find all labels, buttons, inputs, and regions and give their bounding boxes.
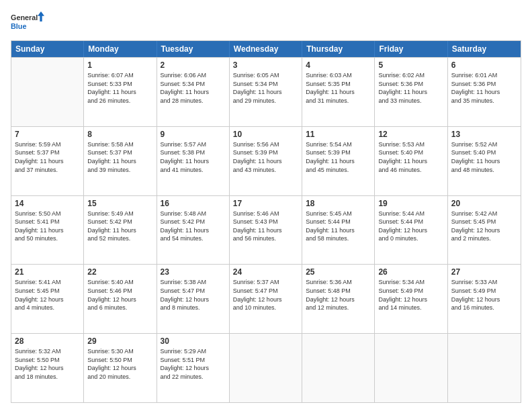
day-info: Sunrise: 5:52 AM Sunset: 5:40 PM Dayligh… — [451, 140, 517, 174]
day-header-tuesday: Tuesday — [157, 41, 230, 57]
day-cell-7: 7Sunrise: 5:59 AM Sunset: 5:37 PM Daylig… — [11, 127, 84, 195]
day-number: 8 — [87, 130, 152, 139]
day-cell-13: 13Sunrise: 5:52 AM Sunset: 5:40 PM Dayli… — [448, 127, 521, 195]
day-info: Sunrise: 6:07 AM Sunset: 5:33 PM Dayligh… — [87, 71, 152, 105]
day-info: Sunrise: 5:40 AM Sunset: 5:46 PM Dayligh… — [87, 278, 152, 312]
day-info: Sunrise: 5:33 AM Sunset: 5:49 PM Dayligh… — [451, 278, 517, 312]
calendar-body: 1Sunrise: 6:07 AM Sunset: 5:33 PM Daylig… — [11, 57, 521, 402]
week-row-1: 1Sunrise: 6:07 AM Sunset: 5:33 PM Daylig… — [11, 57, 521, 126]
day-info: Sunrise: 5:34 AM Sunset: 5:49 PM Dayligh… — [378, 278, 443, 312]
day-cell-4: 4Sunrise: 6:03 AM Sunset: 5:35 PM Daylig… — [302, 58, 375, 126]
day-cell-15: 15Sunrise: 5:49 AM Sunset: 5:42 PM Dayli… — [84, 196, 157, 265]
week-row-5: 28Sunrise: 5:32 AM Sunset: 5:50 PM Dayli… — [11, 333, 521, 402]
day-number: 11 — [306, 130, 371, 139]
day-number: 12 — [378, 130, 443, 139]
day-cell-1: 1Sunrise: 6:07 AM Sunset: 5:33 PM Daylig… — [84, 58, 157, 126]
week-row-3: 14Sunrise: 5:50 AM Sunset: 5:41 PM Dayli… — [11, 195, 521, 265]
day-header-thursday: Thursday — [302, 41, 375, 57]
day-number: 10 — [233, 130, 298, 139]
day-info: Sunrise: 5:46 AM Sunset: 5:43 PM Dayligh… — [233, 210, 298, 243]
day-cell-5: 5Sunrise: 6:02 AM Sunset: 5:36 PM Daylig… — [375, 58, 447, 126]
day-info: Sunrise: 5:57 AM Sunset: 5:38 PM Dayligh… — [161, 140, 226, 174]
day-cell-26: 26Sunrise: 5:34 AM Sunset: 5:49 PM Dayli… — [375, 265, 447, 333]
day-header-friday: Friday — [375, 41, 447, 57]
day-info: Sunrise: 5:48 AM Sunset: 5:42 PM Dayligh… — [161, 210, 226, 243]
day-info: Sunrise: 5:32 AM Sunset: 5:50 PM Dayligh… — [15, 347, 80, 381]
day-number: 7 — [15, 130, 80, 139]
day-number: 5 — [378, 60, 443, 70]
day-info: Sunrise: 5:56 AM Sunset: 5:39 PM Dayligh… — [233, 140, 298, 174]
day-number: 18 — [306, 199, 371, 208]
day-number: 14 — [15, 199, 80, 208]
day-info: Sunrise: 6:02 AM Sunset: 5:36 PM Dayligh… — [378, 71, 443, 105]
day-number: 4 — [306, 60, 371, 70]
day-info: Sunrise: 6:03 AM Sunset: 5:35 PM Dayligh… — [306, 71, 371, 105]
empty-cell — [302, 334, 375, 402]
day-number: 13 — [451, 130, 517, 139]
svg-text:General: General — [11, 13, 38, 21]
day-number: 23 — [161, 267, 226, 277]
day-header-saturday: Saturday — [448, 41, 521, 57]
day-number: 24 — [233, 267, 298, 277]
day-number: 21 — [15, 267, 80, 277]
day-cell-19: 19Sunrise: 5:44 AM Sunset: 5:44 PM Dayli… — [375, 196, 447, 265]
day-number: 30 — [161, 336, 226, 346]
day-cell-20: 20Sunrise: 5:42 AM Sunset: 5:45 PM Dayli… — [448, 196, 521, 265]
week-row-2: 7Sunrise: 5:59 AM Sunset: 5:37 PM Daylig… — [11, 126, 521, 195]
day-cell-14: 14Sunrise: 5:50 AM Sunset: 5:41 PM Dayli… — [11, 196, 84, 265]
day-number: 27 — [451, 267, 517, 277]
week-row-4: 21Sunrise: 5:41 AM Sunset: 5:45 PM Dayli… — [11, 264, 521, 333]
day-cell-6: 6Sunrise: 6:01 AM Sunset: 5:36 PM Daylig… — [448, 58, 521, 126]
day-cell-27: 27Sunrise: 5:33 AM Sunset: 5:49 PM Dayli… — [448, 265, 521, 333]
day-cell-16: 16Sunrise: 5:48 AM Sunset: 5:42 PM Dayli… — [157, 196, 230, 265]
day-number: 28 — [15, 336, 80, 346]
day-info: Sunrise: 5:44 AM Sunset: 5:44 PM Dayligh… — [378, 210, 443, 243]
day-info: Sunrise: 5:38 AM Sunset: 5:47 PM Dayligh… — [161, 278, 226, 312]
day-cell-8: 8Sunrise: 5:58 AM Sunset: 5:37 PM Daylig… — [84, 127, 157, 195]
day-cell-29: 29Sunrise: 5:30 AM Sunset: 5:50 PM Dayli… — [84, 334, 157, 402]
day-cell-28: 28Sunrise: 5:32 AM Sunset: 5:50 PM Dayli… — [11, 334, 84, 402]
day-cell-12: 12Sunrise: 5:53 AM Sunset: 5:40 PM Dayli… — [375, 127, 447, 195]
day-header-sunday: Sunday — [11, 41, 84, 57]
day-cell-17: 17Sunrise: 5:46 AM Sunset: 5:43 PM Dayli… — [230, 196, 302, 265]
day-number: 25 — [306, 267, 371, 277]
day-number: 3 — [233, 60, 298, 70]
day-cell-25: 25Sunrise: 5:36 AM Sunset: 5:48 PM Dayli… — [302, 265, 375, 333]
day-cell-9: 9Sunrise: 5:57 AM Sunset: 5:38 PM Daylig… — [157, 127, 230, 195]
logo-svg: General Blue — [11, 8, 44, 35]
calendar: SundayMondayTuesdayWednesdayThursdayFrid… — [11, 40, 521, 403]
day-cell-10: 10Sunrise: 5:56 AM Sunset: 5:39 PM Dayli… — [230, 127, 302, 195]
day-info: Sunrise: 5:53 AM Sunset: 5:40 PM Dayligh… — [378, 140, 443, 174]
page: General Blue SundayMondayTuesdayWednesda… — [0, 0, 532, 411]
day-cell-24: 24Sunrise: 5:37 AM Sunset: 5:47 PM Dayli… — [230, 265, 302, 333]
logo: General Blue — [11, 8, 44, 35]
day-info: Sunrise: 5:42 AM Sunset: 5:45 PM Dayligh… — [451, 210, 517, 243]
day-info: Sunrise: 5:45 AM Sunset: 5:44 PM Dayligh… — [306, 210, 371, 243]
header: General Blue — [11, 8, 521, 35]
day-info: Sunrise: 5:29 AM Sunset: 5:51 PM Dayligh… — [161, 347, 226, 381]
day-number: 1 — [87, 60, 152, 70]
day-number: 9 — [161, 130, 226, 139]
day-cell-3: 3Sunrise: 6:05 AM Sunset: 5:34 PM Daylig… — [230, 58, 302, 126]
day-number: 6 — [451, 60, 517, 70]
day-info: Sunrise: 6:06 AM Sunset: 5:34 PM Dayligh… — [161, 71, 226, 105]
day-number: 26 — [378, 267, 443, 277]
day-info: Sunrise: 5:37 AM Sunset: 5:47 PM Dayligh… — [233, 278, 298, 312]
day-number: 17 — [233, 199, 298, 208]
day-info: Sunrise: 5:54 AM Sunset: 5:39 PM Dayligh… — [306, 140, 371, 174]
day-number: 2 — [161, 60, 226, 70]
day-number: 22 — [87, 267, 152, 277]
day-info: Sunrise: 5:36 AM Sunset: 5:48 PM Dayligh… — [306, 278, 371, 312]
empty-cell — [230, 334, 302, 402]
day-info: Sunrise: 5:50 AM Sunset: 5:41 PM Dayligh… — [15, 210, 80, 243]
empty-cell — [11, 58, 84, 126]
day-cell-23: 23Sunrise: 5:38 AM Sunset: 5:47 PM Dayli… — [157, 265, 230, 333]
day-number: 20 — [451, 199, 517, 208]
day-info: Sunrise: 6:01 AM Sunset: 5:36 PM Dayligh… — [451, 71, 517, 105]
day-cell-11: 11Sunrise: 5:54 AM Sunset: 5:39 PM Dayli… — [302, 127, 375, 195]
day-info: Sunrise: 5:59 AM Sunset: 5:37 PM Dayligh… — [15, 140, 80, 174]
empty-cell — [375, 334, 447, 402]
day-info: Sunrise: 5:58 AM Sunset: 5:37 PM Dayligh… — [87, 140, 152, 174]
day-cell-2: 2Sunrise: 6:06 AM Sunset: 5:34 PM Daylig… — [157, 58, 230, 126]
day-header-monday: Monday — [84, 41, 157, 57]
